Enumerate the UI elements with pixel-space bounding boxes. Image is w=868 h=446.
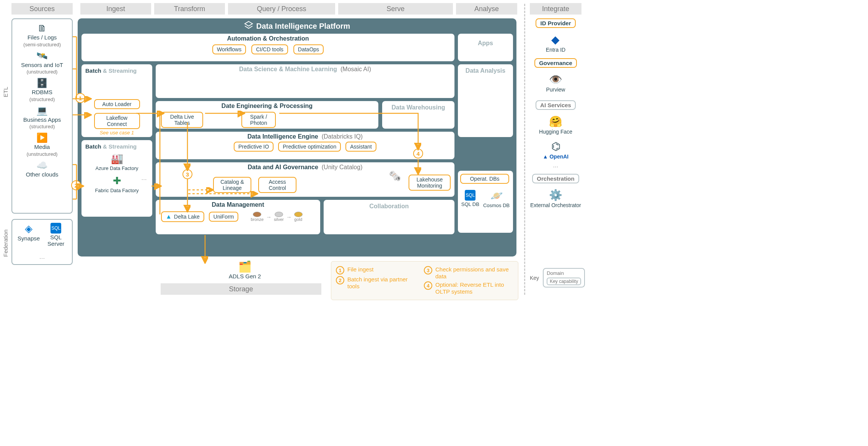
adls-icon: 🗂️ (229, 260, 261, 273)
storage-footer: Storage (161, 283, 321, 295)
bronze-icon (253, 212, 261, 217)
box-gov: Data and AI Governance (Unity Catalog) C… (156, 162, 454, 197)
batch2-more: … (141, 175, 147, 181)
batch1-main: Batch (85, 67, 101, 74)
fed-sqlserver-label: SQL Server (45, 234, 67, 247)
cap-uniform: UniForm (209, 212, 239, 222)
app-icon: 💻 (35, 105, 49, 116)
src-files-sub: (semi-structured) (23, 42, 61, 47)
legend-num-4: 4 (424, 281, 432, 290)
layers-icon (244, 21, 253, 32)
delta-icon: ▲ (166, 213, 172, 220)
batch1-muted: & Streaming (101, 67, 137, 74)
svc-fdf: ✚ Fabric Data Factory (95, 175, 138, 193)
src-iot-sub: (unstructured) (27, 69, 58, 75)
fed-synapse-label: Synapse (18, 235, 40, 242)
int-gov-label: Governance (534, 58, 577, 68)
apps-title: Apps (458, 34, 513, 47)
int-purview: 👁️ Purview (546, 73, 565, 93)
sqldb-icon: SQL (465, 190, 476, 201)
fed-more: … (15, 253, 69, 261)
int-ai-label: AI Services (536, 100, 576, 110)
platform-title-text: Data Intelligence Platform (256, 22, 350, 31)
sqldb-label: SQL DB (461, 201, 479, 207)
box-serve-dbs: Operat. DBs SQL SQL DB 🪐 Cosmos DB (458, 171, 513, 233)
src-media-sub: (unstructured) (27, 151, 58, 157)
key-label: Key (530, 275, 539, 281)
adls-label: ADLS Gen 2 (229, 273, 261, 279)
file-icon: 🗎 (35, 23, 49, 34)
box-dsml: Data Science & Machine Learning (Mosaic … (156, 64, 454, 98)
src-rdbms: 🗄️ RDBMS (structured) (15, 76, 70, 104)
src-clouds: ☁️ Other clouds (15, 158, 70, 180)
legend-txt-3: Check permissions and save data (435, 266, 513, 280)
die-title: Data Intelligence Engine (Databricks IQ) (156, 132, 454, 140)
cap-assistant: Assistant (345, 142, 376, 152)
marker-1: 1 (75, 93, 85, 103)
automation-title: Automation & Orchestration (81, 34, 454, 42)
sql-icon: SQL (50, 223, 61, 234)
box-collab: Collaboration (324, 200, 454, 234)
col-serve: Serve (338, 3, 453, 15)
box-dw: Data Warehousing (382, 101, 454, 129)
cap-operat-dbs: Operat. DBs (460, 174, 509, 184)
batch2-muted: & Streaming (101, 143, 137, 150)
media-icon: ▶️ (35, 132, 49, 143)
src-files: 🗎 Files / Logs (semi-structured) (15, 21, 70, 49)
fdf-label: Fabric Data Factory (95, 188, 138, 193)
key-domain: Domain Key capability (543, 268, 585, 288)
cap-catalog: Catalog & Lineage (213, 177, 251, 193)
cap-deltalake: ▲ Delta Lake (161, 211, 204, 222)
cosmos-icon: 🪐 (490, 190, 503, 202)
svc-adf: 🏭 Azure Data Factory (96, 153, 138, 171)
key-capability-label: Key capability (547, 278, 581, 285)
svc-sqldb: SQL SQL DB (461, 190, 479, 208)
src-iot-label: Sensors and IoT (21, 62, 63, 69)
box-apps: Apps (458, 34, 513, 61)
data-analysis-title: Data Analysis (458, 64, 513, 74)
cosmos-label: Cosmos DB (483, 203, 510, 208)
cloud-icon: ☁️ (35, 160, 49, 171)
col-transform: Transform (154, 3, 225, 15)
cap-predio: Predictive IO (234, 142, 274, 152)
orc-name: External Orchestrator (530, 202, 581, 208)
int-entra: ◆ Entra ID (546, 33, 565, 53)
legend-num-1: 1 (336, 266, 344, 274)
panel-sources: 🗎 Files / Logs (semi-structured) 🛰️ Sens… (11, 18, 73, 214)
divider (524, 4, 525, 295)
cap-lakeflow: Lakeflow Connect (94, 113, 140, 129)
legend-txt-2: Batch ingest via partner tools (347, 276, 412, 290)
gov-title: Data and AI Governance (Unity Catalog) (156, 162, 454, 171)
legend: 1File ingest 2Batch ingest via partner t… (331, 261, 518, 300)
col-integrate: Integrate (530, 3, 581, 15)
storage-item: 🗂️ ADLS Gen 2 (229, 260, 261, 279)
purview-name: Purview (546, 87, 565, 93)
src-apps-sub: (structured) (29, 124, 55, 129)
marker-4: 4 (413, 149, 423, 158)
src-rdbms-label: RDBMS (32, 89, 52, 96)
cap-dataops: DataOps (293, 44, 324, 54)
src-iot: 🛰️ Sensors and IoT (unstructured) (15, 49, 70, 77)
fed-synapse: ◈ Synapse (18, 223, 40, 248)
gold-icon (294, 212, 303, 217)
medallion: bronze → silver → gold (251, 212, 302, 222)
purview-icon: 👁️ (549, 73, 562, 86)
monitoring-icon: 🗞️ (389, 170, 401, 182)
int-ai-more: … (553, 162, 559, 168)
legend-txt-4: Optional: Reverse ETL into OLTP systems (435, 281, 513, 295)
box-automation: Automation & Orchestration Workflows CI/… (81, 34, 454, 61)
panel-federation: ◈ Synapse SQL SQL Server … (11, 219, 73, 265)
orchestrator-icon: ⚙️ (549, 189, 562, 201)
cap-access: Access Control (258, 177, 296, 193)
int-hf: 🤗 Hugging Face (539, 115, 572, 135)
cap-spark: Spark / Photon (241, 112, 276, 128)
iot-icon: 🛰️ (35, 51, 49, 61)
cap-dlt: Delta Live Tables (161, 112, 203, 128)
adf-label: Azure Data Factory (96, 165, 138, 171)
src-clouds-label: Other clouds (26, 172, 58, 178)
fed-sqlserver: SQL SQL Server (45, 223, 67, 248)
src-apps: 💻 Business Apps (structured) (15, 104, 70, 131)
batch1-label: Batch & Streaming (85, 67, 148, 74)
dw-title: Data Warehousing (382, 101, 454, 111)
legend-num-3: 3 (424, 266, 432, 274)
